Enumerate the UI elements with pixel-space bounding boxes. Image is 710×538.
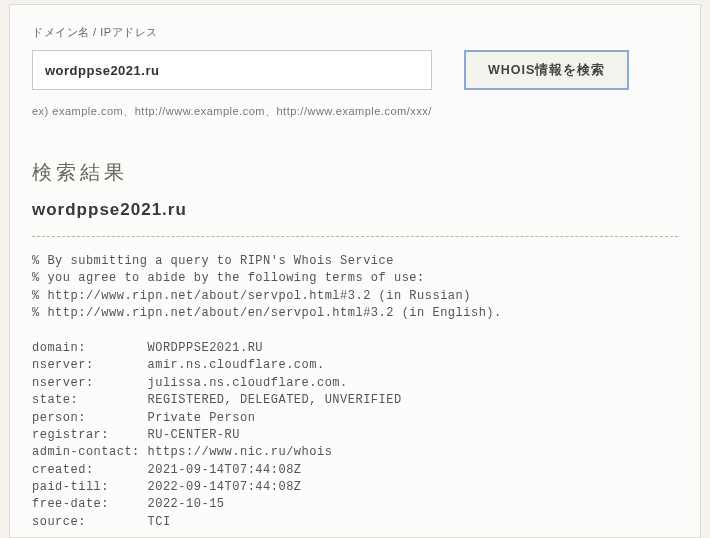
domain-input-label: ドメイン名 / IPアドレス xyxy=(32,25,678,40)
result-domain: wordppse2021.ru xyxy=(32,200,678,220)
result-heading: 検索結果 xyxy=(32,159,678,186)
search-form-row: WHOIS情報を検索 xyxy=(32,50,678,90)
search-button[interactable]: WHOIS情報を検索 xyxy=(464,50,629,90)
whois-panel: ドメイン名 / IPアドレス WHOIS情報を検索 ex) example.co… xyxy=(9,4,701,538)
whois-output: % By submitting a query to RIPN's Whois … xyxy=(32,253,678,538)
domain-input[interactable] xyxy=(32,50,432,90)
example-text: ex) example.com、http://www.example.com、h… xyxy=(32,104,678,119)
divider xyxy=(32,236,678,237)
